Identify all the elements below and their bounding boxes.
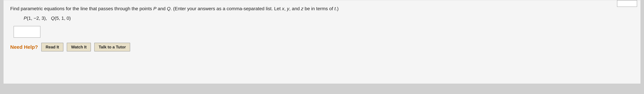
- help-row: Need Help? Read It Watch It Talk to a Tu…: [10, 43, 634, 52]
- answer-input-box[interactable]: [14, 26, 40, 38]
- content-panel: Find parametric equations for the line t…: [3, 0, 641, 84]
- watch-it-button[interactable]: Watch It: [67, 43, 91, 52]
- page-container: Find parametric equations for the line t…: [0, 0, 644, 94]
- question-text: Find parametric equations for the line t…: [10, 5, 634, 12]
- top-answer-input[interactable]: [617, 0, 637, 7]
- need-help-label: Need Help?: [10, 44, 38, 50]
- talk-to-tutor-button[interactable]: Talk to a Tutor: [94, 43, 130, 52]
- points-line: P(1, −2, 3), Q(5, 1, 0): [24, 16, 634, 21]
- read-it-button[interactable]: Read It: [41, 43, 64, 52]
